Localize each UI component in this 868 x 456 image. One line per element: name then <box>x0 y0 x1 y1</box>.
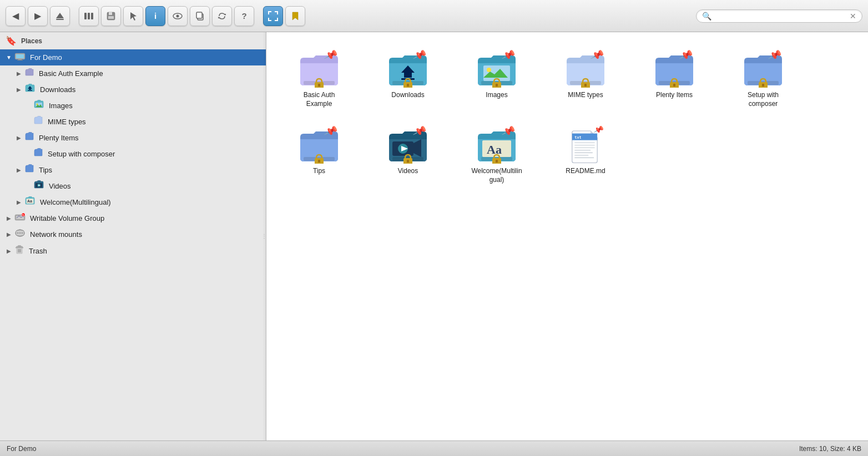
preview-button[interactable] <box>168 6 188 26</box>
tips-icon <box>24 164 34 176</box>
arrow-icon: ▶ <box>16 87 22 93</box>
file-label: Tips <box>313 167 325 176</box>
mime-types-label: MIME types <box>48 118 86 126</box>
file-label: Images <box>486 91 507 100</box>
arrow-icon: ▶ <box>16 70 22 77</box>
file-icon-wrap: 📌 <box>652 49 697 88</box>
file-label: Basic AuthExample <box>304 91 335 108</box>
sidebar-item-network-mounts[interactable]: ▶ Network mounts <box>0 226 266 242</box>
arrow-icon: ▶ <box>6 231 12 238</box>
file-item-plenty-items[interactable]: 📌 Plenty Items <box>633 43 716 114</box>
setup-composer-icon <box>33 148 43 160</box>
svg-rect-7 <box>108 16 114 19</box>
file-item-images[interactable]: 📌 Images <box>455 43 538 114</box>
videos-label: Videos <box>49 182 71 190</box>
file-item-videos[interactable]: 📌 Videos <box>366 119 450 190</box>
tips-label: Tips <box>39 166 52 174</box>
svg-rect-21 <box>28 90 32 91</box>
toolbar: ◀ ▶ i ? 🔍 ✕ <box>0 0 868 32</box>
file-icon-wrap: 📌 <box>297 49 341 88</box>
sync-button[interactable] <box>212 6 232 26</box>
cursor-button[interactable] <box>123 6 143 26</box>
arrow-spacer <box>24 151 31 158</box>
svg-rect-42 <box>18 246 21 247</box>
svg-rect-18 <box>17 60 23 60</box>
svg-marker-0 <box>56 13 64 18</box>
sidebar-resize-handle[interactable]: ⋮ <box>263 32 266 440</box>
sidebar-item-welcome[interactable]: ▶ Aa Welcome(Multilingual) <box>0 194 266 210</box>
file-icon-wrap: 📌 Aa <box>475 125 519 164</box>
svg-rect-4 <box>91 13 93 19</box>
downloads-label: Downloads <box>40 85 75 94</box>
downloads-icon <box>24 84 36 95</box>
sidebar-item-basic-auth[interactable]: ▶ Basic Auth Example <box>0 65 266 82</box>
sidebar-item-images[interactable]: Images <box>0 98 266 114</box>
file-label: Setup withcomposer <box>748 91 779 108</box>
sidebar-item-downloads[interactable]: ▶ Downloads <box>0 82 266 98</box>
svg-marker-8 <box>130 12 137 21</box>
sidebar-item-tips[interactable]: ▶ Tips <box>0 162 266 178</box>
search-input[interactable] <box>714 12 850 20</box>
file-item-welcome[interactable]: 📌 Aa Welcome(Multilingual) <box>455 119 538 190</box>
file-item-readme[interactable]: 📌 txt <box>544 119 627 190</box>
file-item-mime-types[interactable]: 📌 MIME types <box>544 43 627 114</box>
svg-rect-12 <box>196 12 202 18</box>
clear-search-icon[interactable]: ✕ <box>850 12 856 21</box>
for-demo-icon <box>14 52 26 63</box>
svg-rect-73 <box>407 160 409 163</box>
sidebar: 🔖 Places ▼ For Demo ▶ Basic Auth Example… <box>0 32 266 440</box>
file-item-setup-composer[interactable]: 📌 Setup withcomposer <box>721 43 805 114</box>
bookmarks-button[interactable] <box>285 6 305 26</box>
file-label: Downloads <box>391 91 424 100</box>
network-mounts-label: Network mounts <box>30 230 82 239</box>
file-icon-wrap: 📌 <box>475 49 519 88</box>
help-button[interactable]: ? <box>234 6 254 26</box>
plenty-items-icon <box>24 132 34 144</box>
svg-rect-1 <box>56 19 64 20</box>
svg-rect-44 <box>318 84 320 87</box>
text-file-icon: txt <box>564 129 607 164</box>
svg-rect-63 <box>762 84 764 87</box>
sidebar-item-setup-composer[interactable]: Setup with composer <box>0 146 266 162</box>
sidebar-item-for-demo[interactable]: ▼ For Demo <box>0 49 266 65</box>
file-icon-wrap: 📌 <box>386 49 430 88</box>
eject-button[interactable] <box>50 6 70 26</box>
arrow-icon: ▶ <box>16 199 22 206</box>
columns-view-button[interactable] <box>79 6 99 26</box>
back-button[interactable]: ◀ <box>6 6 26 26</box>
statusbar-path: For Demo <box>7 445 799 453</box>
file-item-downloads[interactable]: 📌 Downloads <box>366 43 450 114</box>
file-icon-wrap: 📌 <box>297 125 341 164</box>
statusbar: For Demo Items: 10, Size: 4 KB <box>0 440 868 456</box>
arrow-spacer <box>24 103 31 109</box>
expand-button[interactable] <box>263 6 283 26</box>
file-label: README.md <box>566 167 605 176</box>
file-icon-wrap: 📌 txt <box>563 125 608 164</box>
info-button[interactable]: i <box>145 6 165 26</box>
places-header: 🔖 Places <box>0 32 266 49</box>
svg-rect-16 <box>16 54 24 58</box>
file-icon-wrap: 📌 <box>563 49 608 88</box>
forward-button[interactable]: ▶ <box>28 6 48 26</box>
svg-rect-78 <box>496 160 498 163</box>
file-item-basic-auth[interactable]: 📌 Basic AuthExample <box>277 43 361 114</box>
sidebar-item-writable-volume[interactable]: ▶ ✎ Writable Volume Group <box>0 210 266 226</box>
svg-rect-6 <box>109 12 112 15</box>
sidebar-item-videos[interactable]: Videos <box>0 178 266 194</box>
sidebar-item-plenty-items[interactable]: ▶ Plenty Items <box>0 130 266 146</box>
svg-rect-3 <box>88 13 90 19</box>
arrow-spacer <box>24 119 31 125</box>
file-label: MIME types <box>568 91 603 100</box>
file-label: Videos <box>398 167 418 176</box>
arrow-icon: ▶ <box>16 135 22 141</box>
sidebar-item-trash[interactable]: ▶ Trash <box>0 242 266 260</box>
trash-label: Trash <box>29 247 47 255</box>
svg-point-51 <box>487 68 491 72</box>
save-button[interactable] <box>101 6 121 26</box>
copy-button[interactable] <box>190 6 210 26</box>
arrow-spacer <box>24 183 31 190</box>
file-item-tips[interactable]: 📌 Tips <box>277 119 361 190</box>
statusbar-info: Items: 10, Size: 4 KB <box>799 445 861 453</box>
sidebar-item-mime-types[interactable]: MIME types <box>0 114 266 130</box>
trash-icon <box>14 245 24 257</box>
